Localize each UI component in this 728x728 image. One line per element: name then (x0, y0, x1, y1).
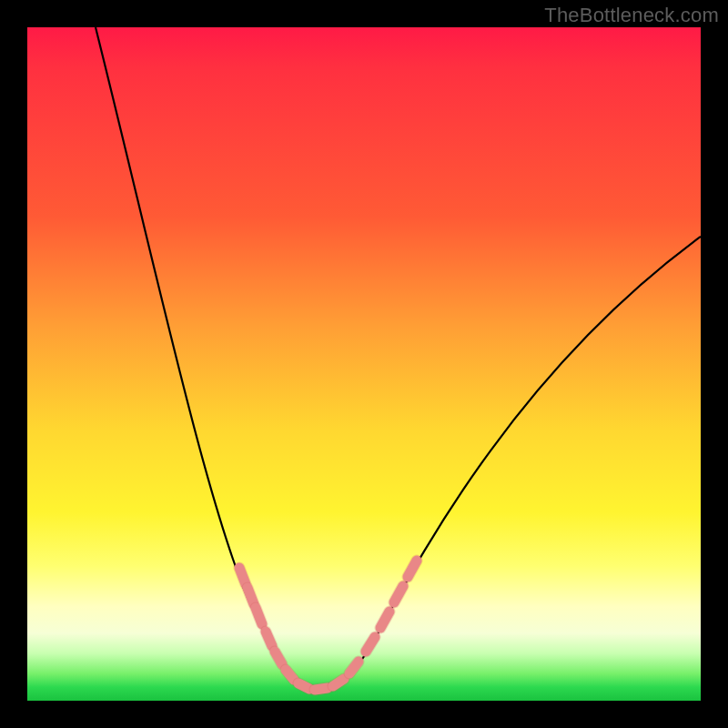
curve-marker (298, 683, 309, 689)
curve-marker (239, 568, 246, 584)
curve-marker (266, 632, 272, 646)
curve-marker (248, 588, 254, 604)
bottleneck-chart (27, 27, 701, 701)
curve-marker (315, 688, 328, 690)
curve-marker (333, 679, 344, 686)
watermark-text: TheBottleneck.com (544, 4, 719, 27)
plot-area (27, 27, 701, 701)
curve-marker (275, 652, 282, 664)
curve-markers (239, 561, 417, 690)
curve-marker (286, 670, 294, 680)
outer-frame: TheBottleneck.com (0, 0, 728, 728)
curve-marker (256, 608, 262, 624)
